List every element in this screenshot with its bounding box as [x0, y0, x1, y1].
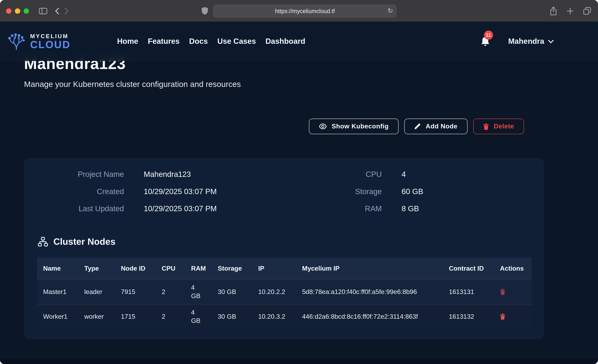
cell-cpu: 2: [156, 279, 185, 304]
browser-chrome: https://myceliumcloud.tf ↻: [0, 0, 598, 22]
trash-icon: [500, 289, 505, 295]
brand-logo[interactable]: MYCELIUM CLOUD: [6, 33, 71, 50]
table-row: Worker1 worker 1715 2 4 GB 30 GB 10.20.3…: [37, 304, 532, 329]
nodes-table: Name Type Node ID CPU RAM Storage IP Myc…: [37, 258, 532, 329]
url-text: https://myceliumcloud.tf: [275, 8, 335, 14]
cell-mycelium-ip: 446:d2a6:8bcd:8c16:ff0f:72e2:3114:863f: [296, 304, 443, 329]
nav-item-dashboard[interactable]: Dashboard: [266, 37, 305, 46]
forward-button[interactable]: [64, 8, 68, 14]
cell-type: leader: [78, 279, 115, 304]
cell-actions: [494, 304, 532, 329]
info-value: 10/29/2025 03:07 PM: [124, 187, 217, 196]
info-value: 4: [382, 170, 406, 179]
info-row-cpu: CPU 4: [283, 170, 423, 187]
cell-contract-id: 1613132: [443, 304, 494, 329]
url-bar[interactable]: https://myceliumcloud.tf ↻: [213, 4, 397, 17]
info-value: 60 GB: [382, 187, 423, 196]
nav-item-docs[interactable]: Docs: [189, 37, 208, 46]
cell-storage: 30 GB: [212, 304, 252, 329]
trash-icon: [483, 123, 489, 130]
info-label: Last Updated: [25, 204, 124, 213]
cell-cpu: 2: [156, 304, 185, 329]
brand-name: MYCELIUM CLOUD: [30, 33, 71, 50]
privacy-shield-icon[interactable]: [201, 7, 208, 15]
cell-actions: [494, 279, 532, 304]
col-header-storage: Storage: [212, 258, 252, 279]
zoom-button[interactable]: [24, 8, 29, 13]
cell-node-id: 1715: [115, 304, 156, 329]
chrome-right-buttons: [549, 6, 591, 16]
add-node-button[interactable]: Add Node: [404, 119, 467, 134]
cell-node-id: 7915: [115, 279, 156, 304]
brand-line2: CLOUD: [30, 40, 71, 50]
cell-ip: 10.20.3.2: [252, 304, 296, 329]
col-header-node-id: Node ID: [115, 258, 156, 279]
row-delete-button[interactable]: [500, 289, 505, 295]
delete-label: Delete: [494, 123, 514, 130]
notification-badge: 11: [484, 30, 493, 40]
minimize-button[interactable]: [15, 8, 20, 13]
notifications-button[interactable]: 11: [480, 36, 490, 47]
info-row-storage: Storage 60 GB: [283, 187, 423, 204]
delete-cluster-button[interactable]: Delete: [473, 119, 524, 134]
info-value: Mahendra123: [124, 170, 191, 179]
tabs-overview-icon[interactable]: [583, 7, 591, 15]
share-icon[interactable]: [549, 6, 557, 16]
row-delete-button[interactable]: [500, 313, 505, 320]
add-node-label: Add Node: [426, 123, 457, 130]
info-label: Created: [25, 187, 124, 196]
table-header-row: Name Type Node ID CPU RAM Storage IP Myc…: [37, 258, 532, 279]
show-kubeconfig-button[interactable]: Show Kubeconfig: [309, 119, 399, 134]
cell-type: worker: [78, 304, 115, 329]
trash-icon: [500, 313, 505, 320]
user-name: Mahendra: [508, 37, 544, 46]
cell-name: Master1: [37, 279, 78, 304]
cluster-info-left: Project Name Mahendra123 Created 10/29/2…: [25, 170, 216, 222]
col-header-name: Name: [37, 258, 78, 279]
col-header-contract-id: Contract ID: [443, 258, 494, 279]
table-row: Master1 leader 7915 2 4 GB 30 GB 10.20.2…: [37, 279, 532, 304]
eye-icon: [319, 124, 327, 129]
col-header-type: Type: [78, 258, 115, 279]
col-header-ip: IP: [252, 258, 296, 279]
cluster-info-right: CPU 4 Storage 60 GB RAM 8 GB: [283, 170, 423, 222]
col-header-mycelium-ip: Mycelium IP: [296, 258, 443, 279]
main-nav: Home Features Docs Use Cases Dashboard: [117, 37, 305, 46]
close-button[interactable]: [6, 8, 11, 13]
cluster-nodes-header: Cluster Nodes: [38, 236, 115, 247]
info-row-project-name: Project Name Mahendra123: [25, 170, 216, 187]
nav-item-features[interactable]: Features: [148, 37, 180, 46]
mycelium-logo-icon: [6, 33, 27, 50]
back-button[interactable]: [55, 8, 59, 14]
traffic-lights: [6, 8, 29, 13]
brand-line1: MYCELIUM: [30, 33, 71, 39]
nav-item-home[interactable]: Home: [117, 37, 138, 46]
col-header-cpu: CPU: [156, 258, 185, 279]
new-tab-icon[interactable]: [567, 8, 573, 14]
page: Mahendra123 Manage your Kubernetes clust…: [0, 22, 598, 364]
user-menu[interactable]: Mahendra: [508, 37, 554, 46]
cluster-info-card: Project Name Mahendra123 Created 10/29/2…: [25, 158, 543, 339]
sidebar-toggle-icon[interactable]: [39, 8, 47, 14]
info-label: RAM: [283, 204, 382, 213]
cluster-actions: Show Kubeconfig Add Node: [309, 119, 524, 134]
cell-ram: 4 GB: [185, 304, 212, 329]
info-label: CPU: [283, 170, 382, 179]
col-header-actions: Actions: [494, 258, 532, 279]
cluster-nodes-title: Cluster Nodes: [53, 236, 116, 247]
cluster-nodes-icon: [38, 237, 48, 247]
address-bar-group: https://myceliumcloud.tf ↻: [201, 4, 397, 17]
col-header-ram: RAM: [185, 258, 212, 279]
chevron-down-icon: [548, 40, 554, 43]
nav-item-use-cases[interactable]: Use Cases: [217, 37, 256, 46]
info-label: Project Name: [25, 170, 124, 179]
info-value: 8 GB: [382, 204, 419, 213]
info-label: Storage: [283, 187, 382, 196]
info-row-last-updated: Last Updated 10/29/2025 03:07 PM: [25, 204, 216, 222]
browser-window: https://myceliumcloud.tf ↻: [0, 0, 598, 364]
cell-name: Worker1: [37, 304, 78, 329]
cell-storage: 30 GB: [212, 279, 252, 304]
page-footer-strip: [0, 359, 598, 364]
page-subtitle: Manage your Kubernetes cluster configura…: [24, 80, 241, 89]
reload-icon[interactable]: ↻: [388, 7, 393, 15]
